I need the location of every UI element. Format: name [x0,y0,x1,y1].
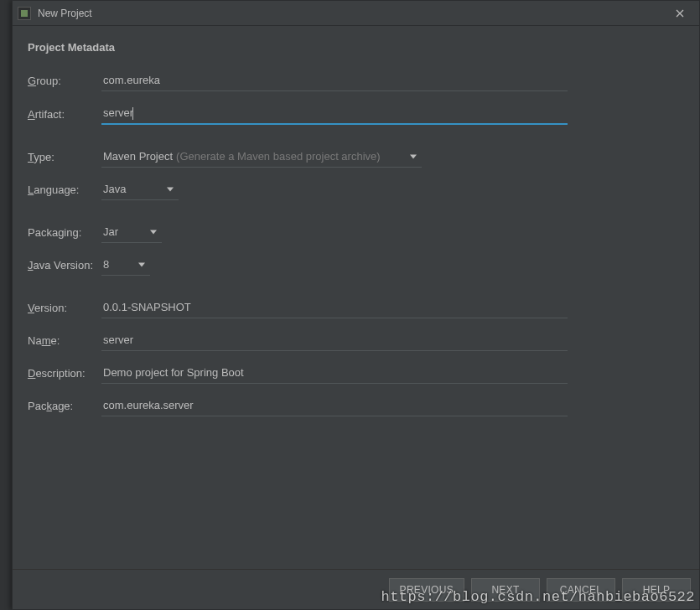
artifact-value: server [103,106,133,119]
type-hint: (Generate a Maven based project archive) [176,150,381,163]
row-language: Language: Java [28,179,691,200]
chevron-down-icon [138,263,145,267]
packaging-combo[interactable]: Jar [101,222,162,243]
label-version: Version: [28,302,101,314]
text-caret [132,107,133,120]
dialog-footer: PREVIOUS NEXT CANCEL HELP [13,569,699,609]
label-package: Package: [28,400,101,412]
name-field[interactable]: server [101,330,568,351]
row-java-version: Java Version: 8 [28,255,691,276]
label-artifact: Artifact: [28,108,101,121]
previous-button[interactable]: PREVIOUS [389,578,464,602]
row-group: Group: com.eureka [28,70,691,91]
language-value: Java [103,183,126,195]
artifact-field[interactable]: server [101,103,568,125]
row-artifact: Artifact: server [28,103,691,125]
type-combo[interactable]: Maven Project (Generate a Maven based pr… [101,147,422,168]
java-version-value: 8 [103,258,109,271]
version-field[interactable]: 0.0.1-SNAPSHOT [101,297,568,318]
window-title: New Project [38,8,664,19]
app-icon [18,7,31,20]
language-combo[interactable]: Java [101,179,179,200]
chevron-down-icon [410,155,417,159]
chevron-down-icon [167,188,174,192]
label-type: Type: [28,151,101,163]
label-description: Description: [28,367,101,380]
java-version-combo[interactable]: 8 [101,255,150,276]
row-packaging: Packaging: Jar [28,222,691,243]
cancel-button[interactable]: CANCEL [547,578,615,602]
packaging-value: Jar [103,225,118,238]
description-field[interactable]: Demo project for Spring Boot [101,363,568,384]
row-package: Package: com.eureka.server [28,395,691,416]
titlebar: New Project [13,1,699,26]
dialog-content: Project Metadata Group: com.eureka Artif… [13,26,699,569]
new-project-dialog: New Project Project Metadata Group: com.… [12,0,700,610]
close-icon[interactable] [664,2,696,25]
type-value: Maven Project [103,150,173,163]
row-description: Description: Demo project for Spring Boo… [28,363,691,384]
package-field[interactable]: com.eureka.server [101,395,568,416]
next-button[interactable]: NEXT [471,578,540,602]
left-background-strip [0,0,12,610]
help-button[interactable]: HELP [622,578,691,602]
row-type: Type: Maven Project (Generate a Maven ba… [28,147,691,168]
group-field[interactable]: com.eureka [101,70,568,91]
label-packaging: Packaging: [28,226,101,239]
row-name: Name: server [28,330,691,351]
chevron-down-icon [150,230,157,235]
label-group: Group: [28,75,101,87]
label-java-version: Java Version: [28,259,101,271]
section-heading: Project Metadata [28,41,691,54]
row-version: Version: 0.0.1-SNAPSHOT [28,297,691,318]
label-language: Language: [28,184,101,196]
label-name: Name: [28,334,101,347]
